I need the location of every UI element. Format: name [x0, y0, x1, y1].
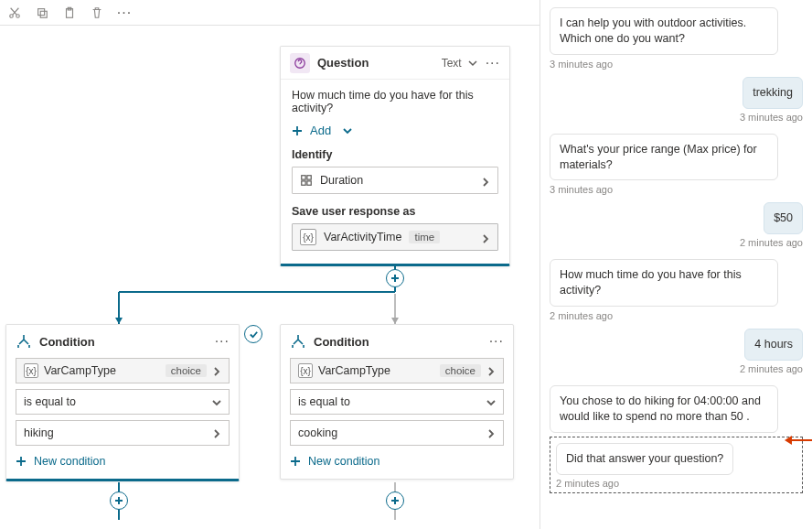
variable-type-tag: time — [409, 231, 440, 243]
identify-label: Identify — [292, 148, 498, 161]
cut-icon[interactable] — [7, 5, 22, 20]
variable-name: VarActivityTime — [324, 231, 401, 243]
condition-variable-field[interactable]: {x} VarCampType choice — [290, 358, 504, 383]
svg-marker-9 — [391, 318, 399, 324]
variable-icon: {x} — [298, 363, 313, 378]
svg-rect-13 — [302, 176, 305, 179]
chevron-right-icon — [212, 366, 221, 375]
delete-icon[interactable] — [90, 5, 104, 20]
timestamp: 2 minutes ago — [550, 310, 803, 321]
variable-icon: {x} — [24, 363, 38, 378]
add-node-button[interactable] — [110, 491, 128, 510]
condition-var-name: VarCampType — [318, 364, 440, 377]
node-title: Question — [317, 56, 434, 70]
question-prompt[interactable]: How much time do you have for this activ… — [292, 89, 498, 114]
authoring-canvas[interactable]: Question Text ··· How much time do you h… — [0, 26, 540, 529]
svg-marker-18 — [785, 436, 792, 445]
condition-value: cooking — [298, 426, 486, 439]
timestamp: 2 minutes ago — [740, 237, 803, 248]
chevron-right-icon — [481, 176, 490, 185]
timestamp: 3 minutes ago — [550, 184, 803, 195]
node-more-icon[interactable]: ··· — [486, 59, 500, 68]
bot-message: How much time do you have for this activ… — [550, 259, 778, 307]
timestamp: 3 minutes ago — [550, 59, 803, 70]
chevron-down-icon — [486, 397, 496, 406]
test-chat-panel: I can help you with outdoor activities. … — [540, 0, 812, 529]
bot-message: I can help you with outdoor activities. … — [550, 7, 778, 55]
branch-icon — [290, 333, 306, 350]
new-condition-label: New condition — [308, 455, 380, 468]
timestamp: 3 minutes ago — [740, 112, 803, 123]
question-node[interactable]: Question Text ··· How much time do you h… — [280, 46, 510, 266]
condition-operator: is equal to — [298, 395, 486, 408]
add-node-button[interactable] — [386, 269, 404, 287]
new-condition-button[interactable]: New condition — [290, 451, 504, 468]
output-type-picker[interactable]: Text — [442, 57, 478, 70]
node-title: Condition — [39, 335, 208, 349]
new-condition-button[interactable]: New condition — [16, 451, 230, 468]
user-message: 4 hours — [744, 329, 803, 361]
svg-point-1 — [16, 14, 20, 17]
chevron-right-icon — [486, 366, 496, 375]
condition-var-name: VarCampType — [44, 364, 166, 377]
condition-value-field[interactable]: hiking — [16, 420, 230, 446]
add-label: Add — [310, 124, 331, 137]
add-button[interactable]: Add — [292, 124, 498, 137]
condition-node-1[interactable]: Condition ··· {x} VarCampType choice is … — [5, 324, 240, 481]
svg-rect-14 — [307, 176, 311, 179]
add-node-button[interactable] — [386, 491, 404, 510]
svg-rect-15 — [302, 181, 305, 185]
condition-variable-field[interactable]: {x} VarCampType choice — [16, 358, 230, 383]
user-message: trekking — [743, 77, 803, 109]
timestamp: 2 minutes ago — [556, 478, 796, 489]
condition-node-2[interactable]: Condition ··· {x} VarCampType choice is … — [280, 324, 514, 480]
chevron-right-icon — [486, 428, 496, 437]
bot-message: What's your price range (Max price) for … — [550, 134, 778, 181]
identify-field[interactable]: Duration — [292, 167, 498, 194]
chevron-right-icon — [481, 232, 490, 242]
bot-message: You chose to do hiking for 04:00:00 and … — [550, 385, 778, 433]
node-more-icon[interactable]: ··· — [489, 337, 504, 346]
save-response-label: Save user response as — [292, 205, 498, 218]
bot-message: Did that answer your question? — [556, 443, 733, 475]
chevron-down-icon — [212, 397, 221, 406]
paste-icon[interactable] — [62, 5, 77, 20]
validation-check-icon — [244, 325, 262, 343]
node-title: Condition — [314, 335, 482, 349]
selected-message-group[interactable]: Did that answer your question? 2 minutes… — [550, 437, 803, 493]
svg-rect-3 — [40, 11, 47, 17]
svg-marker-7 — [115, 318, 123, 324]
branch-icon — [16, 333, 32, 350]
copy-icon[interactable] — [35, 5, 49, 20]
canvas-toolbar: ··· — [0, 0, 540, 26]
svg-point-0 — [10, 14, 14, 17]
identify-value: Duration — [320, 174, 474, 187]
svg-rect-2 — [38, 8, 45, 15]
chevron-right-icon — [212, 428, 221, 437]
more-icon[interactable]: ··· — [117, 5, 132, 20]
condition-value-field[interactable]: cooking — [290, 420, 504, 446]
timestamp: 2 minutes ago — [740, 363, 803, 374]
new-condition-label: New condition — [34, 455, 106, 468]
condition-operator-field[interactable]: is equal to — [290, 389, 504, 415]
user-message: $50 — [764, 202, 803, 234]
condition-var-type: choice — [166, 364, 207, 377]
output-type-label: Text — [442, 57, 462, 70]
condition-operator: is equal to — [24, 395, 212, 408]
variable-field[interactable]: {x} VarActivityTime time — [292, 223, 498, 251]
condition-var-type: choice — [440, 364, 481, 377]
variable-icon: {x} — [300, 229, 316, 245]
condition-value: hiking — [24, 426, 212, 439]
node-more-icon[interactable]: ··· — [215, 337, 230, 346]
svg-rect-16 — [307, 181, 311, 185]
question-icon — [290, 53, 310, 73]
annotation-arrow-icon — [785, 432, 812, 451]
condition-operator-field[interactable]: is equal to — [16, 389, 230, 415]
